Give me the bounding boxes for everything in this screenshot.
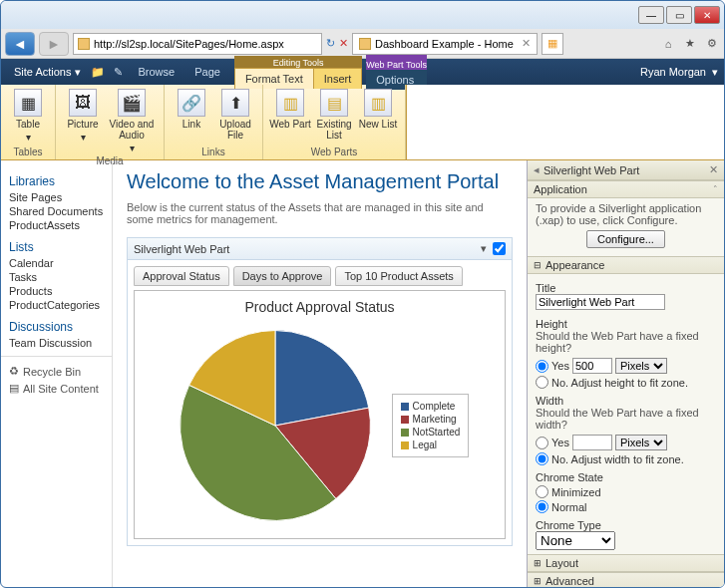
ribbon-group-tables: ▦Table▾ Tables bbox=[1, 85, 56, 159]
upload-icon: ⬆ bbox=[221, 89, 249, 117]
close-button[interactable]: ✕ bbox=[694, 6, 720, 24]
height-unit-select[interactable]: Pixels bbox=[615, 358, 667, 374]
page-title: Welcome to the Asset Management Portal bbox=[127, 170, 513, 193]
props-close-icon[interactable]: ✕ bbox=[709, 163, 718, 176]
ribbon-existing-list-button[interactable]: ▤Existing List bbox=[313, 87, 355, 143]
width-yes-radio[interactable] bbox=[536, 437, 548, 449]
nav-all-site-content[interactable]: ▤All Site Content bbox=[9, 380, 104, 397]
chevron-down-icon: ▾ bbox=[712, 66, 718, 79]
home-icon[interactable]: ⌂ bbox=[660, 36, 676, 52]
quick-launch: Libraries Site Pages Shared Documents Pr… bbox=[1, 160, 113, 588]
webpart-title-text: Silverlight Web Part bbox=[134, 243, 481, 255]
width-no-radio[interactable] bbox=[536, 452, 548, 465]
ribbon-group-webparts: ▥Web Part ▤Existing List ▥New List Web P… bbox=[263, 85, 406, 159]
sharepoint-ribbon-tabs: Site Actions ▾ 📁 ✎ Browse Page Editing T… bbox=[1, 59, 724, 85]
props-section-advanced[interactable]: ⊞Advanced bbox=[528, 572, 724, 588]
back-button[interactable]: ◄ bbox=[5, 32, 35, 56]
tab-approval-status[interactable]: Approval Status bbox=[134, 266, 229, 286]
nav-tasks[interactable]: Tasks bbox=[9, 270, 104, 284]
site-actions-menu[interactable]: Site Actions ▾ bbox=[7, 63, 88, 82]
new-list-icon: ▥ bbox=[364, 89, 392, 117]
stop-icon[interactable]: ✕ bbox=[339, 37, 348, 50]
silverlight-webpart: Silverlight Web Part ▾ Approval Status D… bbox=[127, 237, 513, 546]
new-tab-button[interactable]: ▦ bbox=[542, 33, 563, 55]
nav-recycle-bin[interactable]: ♻Recycle Bin bbox=[9, 363, 104, 380]
nav-shared-docs[interactable]: Shared Documents bbox=[9, 204, 104, 218]
height-no-radio[interactable] bbox=[536, 376, 548, 389]
width-value-input[interactable] bbox=[572, 435, 612, 450]
nav-products[interactable]: Products bbox=[9, 284, 104, 298]
tools-icon[interactable]: ⚙ bbox=[704, 36, 720, 52]
browser-tab[interactable]: Dashboard Example - Home ✕ bbox=[352, 33, 538, 55]
minimize-button[interactable]: — bbox=[638, 6, 664, 24]
window-titlebar: — ▭ ✕ bbox=[1, 1, 724, 29]
title-input[interactable] bbox=[536, 294, 665, 310]
nav-product-categories[interactable]: ProductCategories bbox=[9, 298, 104, 312]
height-label: Height bbox=[536, 318, 716, 330]
height-no-label: No. Adjust height to fit zone. bbox=[551, 377, 688, 389]
width-label: Width bbox=[536, 395, 716, 407]
ribbon-picture-button[interactable]: 🖼Picture▾ bbox=[62, 87, 104, 155]
address-bar[interactable]: http://sl2sp.local/SitePages/Home.aspx bbox=[73, 33, 322, 55]
nav-product-assets[interactable]: ProductAssets bbox=[9, 218, 104, 232]
normal-label: Normal bbox=[551, 501, 586, 513]
width-yes-label: Yes bbox=[551, 437, 569, 448]
ribbon-new-list-button[interactable]: ▥New List bbox=[357, 87, 399, 143]
editing-tools-label: Editing Tools bbox=[234, 58, 362, 68]
ribbon-upload-button[interactable]: ⬆Upload File bbox=[214, 87, 256, 143]
height-question: Should the Web Part have a fixed height? bbox=[536, 330, 716, 354]
ribbon-group-media: 🖼Picture▾ 🎬Video and Audio▾ Media bbox=[56, 85, 165, 159]
chevron-down-icon: ▾ bbox=[75, 66, 81, 79]
maximize-button[interactable]: ▭ bbox=[666, 6, 692, 24]
webpart-properties-panel: ◂ Silverlight Web Part ✕ Application ˄ T… bbox=[527, 160, 724, 588]
video-icon: 🎬 bbox=[118, 89, 146, 117]
webpart-tabs: Approval Status Days to Approve Top 10 P… bbox=[128, 260, 512, 286]
height-value-input[interactable] bbox=[572, 358, 612, 374]
tab-days-to-approve[interactable]: Days to Approve bbox=[233, 266, 332, 286]
ribbon-group-links: 🔗Link ⬆Upload File Links bbox=[165, 85, 263, 159]
collapse-icon: ˄ bbox=[713, 184, 718, 194]
props-section-application[interactable]: Application ˄ bbox=[528, 180, 724, 198]
edit-page-icon[interactable]: ✎ bbox=[108, 62, 128, 82]
link-icon: 🔗 bbox=[178, 89, 205, 117]
tab-close-icon[interactable]: ✕ bbox=[522, 37, 531, 50]
browser-navbar: ◄ ► http://sl2sp.local/SitePages/Home.as… bbox=[1, 29, 724, 59]
webpart-icon: ▥ bbox=[276, 89, 304, 117]
section-advanced-label: Advanced bbox=[545, 575, 594, 587]
navigate-up-icon[interactable]: 📁 bbox=[88, 62, 108, 82]
webpart-menu-icon[interactable]: ▾ bbox=[481, 242, 487, 255]
ribbon-link-button[interactable]: 🔗Link bbox=[171, 87, 212, 143]
ribbon-video-label: Video and Audio bbox=[106, 119, 158, 141]
ribbon-webpart-button[interactable]: ▥Web Part bbox=[269, 87, 311, 143]
webpart-select-checkbox[interactable] bbox=[493, 242, 506, 255]
chrome-minimized-radio[interactable] bbox=[536, 485, 548, 498]
user-menu[interactable]: Ryan Morgan ▾ bbox=[640, 66, 718, 79]
ribbon-table-button[interactable]: ▦Table▾ bbox=[7, 87, 49, 145]
tab-page[interactable]: Page bbox=[184, 62, 230, 82]
ribbon-video-button[interactable]: 🎬Video and Audio▾ bbox=[106, 87, 158, 155]
webpart-tools-label: Web Part Tools bbox=[366, 60, 427, 70]
refresh-icon[interactable]: ↻ bbox=[326, 37, 335, 50]
chevron-left-icon[interactable]: ◂ bbox=[534, 163, 540, 176]
configure-button[interactable]: Configure... bbox=[586, 230, 665, 248]
nav-recycle-label: Recycle Bin bbox=[23, 366, 81, 378]
recycle-icon: ♻ bbox=[9, 365, 19, 378]
chrome-type-select[interactable]: None bbox=[536, 531, 615, 550]
forward-button[interactable]: ► bbox=[39, 32, 69, 56]
props-section-layout[interactable]: ⊞Layout bbox=[528, 554, 724, 572]
group-tables-label: Tables bbox=[7, 147, 49, 157]
tab-top-products[interactable]: Top 10 Product Assets bbox=[335, 266, 462, 286]
nav-team-discussion[interactable]: Team Discussion bbox=[9, 336, 104, 350]
height-yes-radio[interactable] bbox=[536, 360, 548, 373]
chart-legend: CompleteMarketingNotStartedLegal bbox=[392, 394, 470, 457]
nav-site-pages[interactable]: Site Pages bbox=[9, 190, 104, 204]
tab-browse[interactable]: Browse bbox=[128, 62, 184, 82]
props-section-appearance[interactable]: ⊟ Appearance bbox=[528, 256, 724, 274]
width-unit-select[interactable]: Pixels bbox=[615, 435, 667, 450]
favorites-icon[interactable]: ★ bbox=[682, 36, 698, 52]
chrome-normal-radio[interactable] bbox=[536, 500, 548, 513]
yes-label: Yes bbox=[551, 360, 569, 372]
nav-calendar[interactable]: Calendar bbox=[9, 256, 104, 270]
webpart-title-bar[interactable]: Silverlight Web Part ▾ bbox=[128, 238, 512, 260]
ribbon-webpart-label: Web Part bbox=[269, 119, 311, 130]
